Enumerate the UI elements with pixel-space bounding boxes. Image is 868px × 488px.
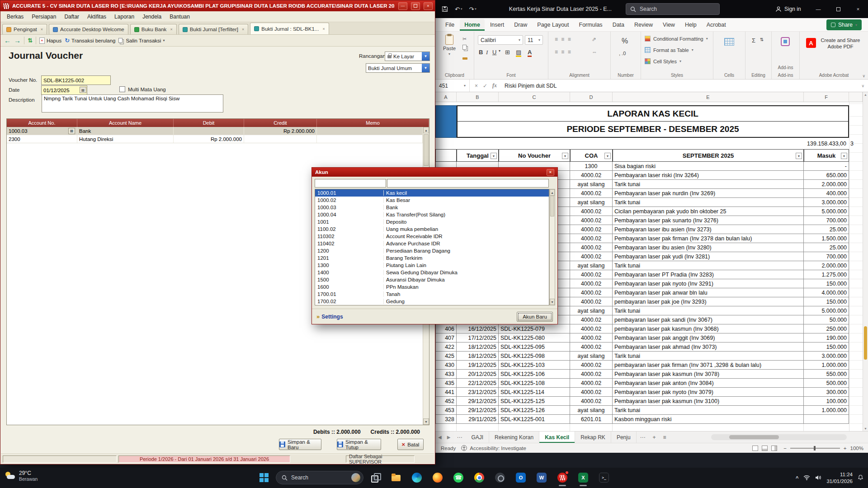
- balance-cell[interactable]: 139.158.433,00: [804, 139, 848, 149]
- percent-style-button[interactable]: %: [622, 37, 628, 45]
- vertical-scrollbar[interactable]: ▲ ▼: [863, 92, 868, 431]
- sheet-cell[interactable]: Cicilan pembayaran pak yudo bln oktober …: [613, 207, 804, 216]
- sheet-cell[interactable]: 4000.02: [570, 297, 613, 306]
- account-row[interactable]: 110302Account Receivable IDR: [315, 233, 549, 240]
- sheet-cell[interactable]: 400.000: [804, 189, 849, 198]
- cell-account-name[interactable]: Hutang Direksi: [77, 135, 174, 143]
- close-button[interactable]: ×: [848, 0, 868, 18]
- scroll-up-icon[interactable]: ▲: [550, 189, 555, 196]
- sheet-cell[interactable]: 150.000: [804, 279, 849, 288]
- bold-button[interactable]: B: [479, 49, 483, 56]
- sheet-cell[interactable]: 4000.02: [570, 171, 613, 180]
- table-header-coa[interactable]: COA▼: [570, 149, 613, 162]
- sheet-cell[interactable]: SDL-KK1225-098: [499, 352, 570, 361]
- sheet-cell[interactable]: 4000.02: [570, 252, 613, 261]
- sheet-cell[interactable]: 1.275.000: [804, 270, 849, 279]
- font-name-select[interactable]: Calibri▾: [478, 35, 523, 45]
- sheet-cell[interactable]: SDL-KK1225-114: [499, 388, 570, 397]
- ribbon-tab-file[interactable]: File: [441, 19, 459, 31]
- sheet-cell[interactable]: Tarik tunai: [613, 180, 804, 189]
- align-left-icon[interactable]: ≡ ≡ ≡: [555, 49, 572, 55]
- table-header-no-voucher[interactable]: No Voucher▼: [499, 149, 570, 162]
- menu-persiapan[interactable]: Persiapan: [28, 12, 60, 21]
- menu-jendela[interactable]: Jendela: [138, 12, 165, 21]
- taskbar-icon-file-explorer[interactable]: [387, 469, 405, 487]
- sheet-cell[interactable]: 22/12/2025: [457, 379, 499, 388]
- taskbar-icon-excel[interactable]: X: [574, 469, 592, 487]
- sheet-cell[interactable]: Pembayaran laser pak yudi (Inv 3281): [613, 252, 804, 261]
- sheet-cell[interactable]: Tarik tunai: [613, 261, 804, 270]
- account-row[interactable]: 1400Sewa Gedung Dibayar Dimuka: [315, 269, 549, 276]
- confirm-entry-icon[interactable]: ✓: [483, 83, 487, 89]
- voucher-row[interactable]: 2300Hutang DireksiRp 2.000.000: [7, 135, 423, 143]
- table-header-masuk[interactable]: Masuk▼: [804, 149, 849, 162]
- sheet-cell[interactable]: 700.000: [804, 252, 849, 261]
- settings-button[interactable]: » Settings: [316, 313, 343, 320]
- sheet-cell[interactable]: 5.000.000: [804, 207, 849, 216]
- taskbar-search[interactable]: Search: [276, 471, 363, 484]
- filter-icon[interactable]: ▼: [562, 153, 568, 159]
- vertical-scrollbar[interactable]: ▲ ▼: [549, 189, 555, 305]
- sheet-cell[interactable]: SDL-KK1225-126: [499, 406, 570, 415]
- account-row[interactable]: 1700.01Tanah: [315, 291, 549, 298]
- akun-baru-button[interactable]: Akun Baru: [517, 312, 553, 322]
- merge-center-icon[interactable]: ⇔: [592, 49, 598, 55]
- forward-icon[interactable]: →: [14, 37, 21, 44]
- account-row[interactable]: 1300Piutang Lain Lain: [315, 262, 549, 269]
- batal-button[interactable]: ×Batal: [397, 439, 424, 450]
- cell-memo[interactable]: [317, 135, 423, 143]
- grid-column-header-account-no-[interactable]: Account No.: [7, 119, 77, 127]
- sheet-tab-rekap-rk[interactable]: Rekap RK: [575, 432, 611, 443]
- ribbon-tab-formulas[interactable]: Formulas: [575, 19, 607, 31]
- table-header-september-2025[interactable]: SEPTEMBER 2025▼: [613, 149, 804, 162]
- next-sheet-icon[interactable]: ▶: [444, 435, 453, 440]
- sheet-cell[interactable]: 18/12/2025: [457, 343, 499, 352]
- sign-in-button[interactable]: Sign in: [771, 0, 806, 18]
- rancangan-select[interactable]: Ke Layar ▼: [385, 52, 430, 61]
- multi-currency-checkbox[interactable]: [119, 86, 125, 92]
- font-size-select[interactable]: 11▾: [525, 35, 543, 45]
- sheet-cell[interactable]: 29/12/2025: [457, 397, 499, 406]
- sheet-cell[interactable]: 4000.02: [570, 216, 613, 225]
- maximize-button[interactable]: [828, 0, 848, 18]
- taskbar-icon-camera[interactable]: [491, 469, 509, 487]
- notification-bell-icon[interactable]: [858, 474, 863, 482]
- sheet-cell[interactable]: SDL-KK1225-080: [499, 333, 570, 343]
- sheet-cell[interactable]: 25.000: [804, 225, 849, 234]
- normal-view-icon[interactable]: [752, 446, 758, 451]
- sheet-tab-rekening-koran[interactable]: Rekening Koran: [489, 432, 539, 443]
- sheet-cell[interactable]: SDL-KK1225-001: [499, 415, 570, 424]
- scrollbar-thumb[interactable]: [729, 435, 779, 439]
- sheet-cell[interactable]: SDL-KK1225-095: [499, 343, 570, 352]
- column-header-a[interactable]: A: [435, 92, 457, 102]
- borders-button[interactable]: ⊞: [505, 49, 510, 56]
- taskbar-icon-accurate[interactable]: [553, 469, 571, 487]
- sheet-cell[interactable]: Pembayaran laser pak anggit (Inv 3069): [613, 333, 804, 343]
- document-tab-buku-bank[interactable]: Buku Bank×: [130, 24, 177, 34]
- share-button[interactable]: Share ▾: [826, 19, 862, 30]
- conditional-formatting-button[interactable]: Conditional Formatting▾: [645, 36, 708, 42]
- grid-column-header-credit[interactable]: Credit: [244, 119, 317, 127]
- sheet-cell[interactable]: 435: [435, 379, 457, 388]
- zoom-slider[interactable]: [790, 448, 840, 449]
- account-name-filter-input[interactable]: [387, 179, 549, 188]
- sheet-cell[interactable]: 6201.01: [570, 415, 613, 424]
- sheet-cell[interactable]: 100.000: [804, 397, 849, 406]
- sheet-cell[interactable]: [804, 415, 849, 424]
- menu-aktifitas[interactable]: Aktifitas: [83, 12, 110, 21]
- sheet-cell[interactable]: ayat silang: [570, 306, 613, 315]
- new-sheet-icon[interactable]: +: [649, 434, 660, 441]
- sheet-cell[interactable]: 3.000.000: [804, 198, 849, 207]
- sheet-cell[interactable]: 4000.02: [570, 243, 613, 252]
- sheet-cell[interactable]: SDL-KK1225-106: [499, 370, 570, 379]
- insert-function-icon[interactable]: fx: [492, 82, 497, 89]
- sheet-cell[interactable]: Sisa bagian riski: [613, 162, 804, 171]
- collapse-ribbon-icon[interactable]: ∨: [862, 74, 865, 78]
- sheet-cell[interactable]: 25.000: [804, 243, 849, 252]
- formula-bar-content[interactable]: Riski Pinjem duit SDL: [502, 83, 861, 89]
- clock[interactable]: 11:24 31/01/2026: [826, 471, 853, 485]
- sheet-cell[interactable]: 453: [435, 406, 457, 415]
- dialog-titlebar[interactable]: Akun ×: [312, 168, 557, 177]
- close-tab-icon[interactable]: ×: [41, 27, 43, 32]
- sheet-cell[interactable]: 422: [435, 343, 457, 352]
